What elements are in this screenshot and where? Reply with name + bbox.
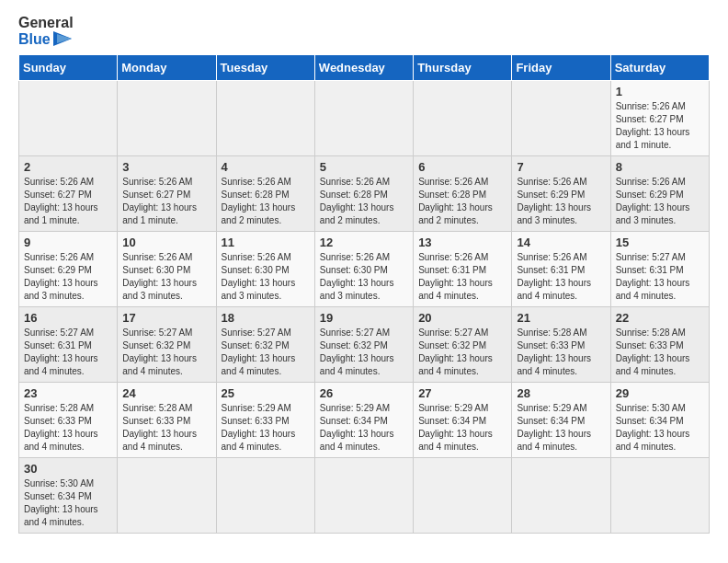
blue-triangle-icon (53, 31, 72, 46)
day-info: Sunrise: 5:27 AM Sunset: 6:32 PM Dayligh… (320, 327, 408, 378)
day-cell (314, 458, 413, 534)
day-cell (512, 458, 610, 534)
day-cell: 1Sunrise: 5:26 AM Sunset: 6:27 PM Daylig… (610, 81, 709, 156)
day-info: Sunrise: 5:26 AM Sunset: 6:29 PM Dayligh… (517, 176, 605, 227)
logo-text: General Blue (18, 15, 74, 47)
day-number: 25 (222, 386, 310, 400)
day-cell (118, 81, 216, 156)
weekday-header-monday: Monday (118, 55, 216, 81)
day-cell: 21Sunrise: 5:28 AM Sunset: 6:33 PM Dayli… (512, 307, 610, 383)
day-cell (610, 458, 709, 534)
logo: General Blue (18, 15, 74, 47)
day-number: 2 (24, 160, 112, 174)
day-cell: 8Sunrise: 5:26 AM Sunset: 6:29 PM Daylig… (610, 156, 709, 232)
day-number: 10 (122, 236, 210, 249)
day-number: 8 (616, 160, 704, 174)
day-cell: 15Sunrise: 5:27 AM Sunset: 6:31 PM Dayli… (610, 232, 709, 307)
day-cell: 9Sunrise: 5:26 AM Sunset: 6:29 PM Daylig… (19, 232, 118, 307)
day-info: Sunrise: 5:26 AM Sunset: 6:27 PM Dayligh… (122, 176, 210, 227)
day-number: 28 (517, 386, 605, 400)
day-info: Sunrise: 5:27 AM Sunset: 6:32 PM Dayligh… (122, 327, 210, 378)
day-number: 15 (616, 236, 704, 249)
day-number: 22 (616, 311, 704, 325)
day-cell: 27Sunrise: 5:29 AM Sunset: 6:34 PM Dayli… (414, 383, 512, 458)
day-cell: 13Sunrise: 5:26 AM Sunset: 6:31 PM Dayli… (414, 232, 512, 307)
day-info: Sunrise: 5:30 AM Sunset: 6:34 PM Dayligh… (24, 477, 112, 529)
day-info: Sunrise: 5:29 AM Sunset: 6:33 PM Dayligh… (222, 402, 310, 454)
week-row-4: 16Sunrise: 5:27 AM Sunset: 6:31 PM Dayli… (19, 307, 710, 383)
weekday-header-wednesday: Wednesday (314, 55, 413, 81)
day-number: 20 (418, 311, 506, 325)
day-info: Sunrise: 5:26 AM Sunset: 6:30 PM Dayligh… (222, 251, 310, 303)
week-row-3: 9Sunrise: 5:26 AM Sunset: 6:29 PM Daylig… (19, 232, 710, 307)
day-info: Sunrise: 5:27 AM Sunset: 6:31 PM Dayligh… (616, 251, 704, 303)
day-info: Sunrise: 5:26 AM Sunset: 6:30 PM Dayligh… (320, 251, 408, 303)
day-number: 19 (320, 311, 408, 325)
day-cell: 14Sunrise: 5:26 AM Sunset: 6:31 PM Dayli… (512, 232, 610, 307)
day-number: 23 (24, 386, 112, 400)
day-cell: 22Sunrise: 5:28 AM Sunset: 6:33 PM Dayli… (610, 307, 709, 383)
day-cell (314, 81, 413, 156)
day-info: Sunrise: 5:26 AM Sunset: 6:29 PM Dayligh… (616, 176, 704, 227)
day-info: Sunrise: 5:29 AM Sunset: 6:34 PM Dayligh… (320, 402, 408, 454)
header: General Blue (18, 15, 710, 47)
svg-marker-1 (57, 34, 72, 43)
day-number: 16 (24, 311, 112, 325)
week-row-6: 30Sunrise: 5:30 AM Sunset: 6:34 PM Dayli… (19, 458, 710, 534)
day-info: Sunrise: 5:26 AM Sunset: 6:31 PM Dayligh… (517, 251, 605, 303)
day-cell (414, 81, 512, 156)
day-cell (216, 81, 314, 156)
week-row-1: 1Sunrise: 5:26 AM Sunset: 6:27 PM Daylig… (19, 81, 710, 156)
day-number: 21 (517, 311, 605, 325)
day-number: 4 (222, 160, 310, 174)
weekday-header-sunday: Sunday (19, 55, 118, 81)
day-cell: 17Sunrise: 5:27 AM Sunset: 6:32 PM Dayli… (118, 307, 216, 383)
day-cell: 7Sunrise: 5:26 AM Sunset: 6:29 PM Daylig… (512, 156, 610, 232)
weekday-header-tuesday: Tuesday (216, 55, 314, 81)
day-cell: 18Sunrise: 5:27 AM Sunset: 6:32 PM Dayli… (216, 307, 314, 383)
weekday-header-friday: Friday (512, 55, 610, 81)
day-info: Sunrise: 5:26 AM Sunset: 6:28 PM Dayligh… (320, 176, 408, 227)
day-cell (414, 458, 512, 534)
day-info: Sunrise: 5:26 AM Sunset: 6:27 PM Dayligh… (24, 176, 112, 227)
day-info: Sunrise: 5:27 AM Sunset: 6:32 PM Dayligh… (418, 327, 506, 378)
day-number: 11 (222, 236, 310, 249)
weekday-header-row: SundayMondayTuesdayWednesdayThursdayFrid… (19, 55, 710, 81)
day-number: 6 (418, 160, 506, 174)
day-cell (512, 81, 610, 156)
day-info: Sunrise: 5:29 AM Sunset: 6:34 PM Dayligh… (517, 402, 605, 454)
day-number: 17 (122, 311, 210, 325)
day-number: 5 (320, 160, 408, 174)
day-info: Sunrise: 5:26 AM Sunset: 6:27 PM Dayligh… (616, 100, 704, 152)
day-cell: 3Sunrise: 5:26 AM Sunset: 6:27 PM Daylig… (118, 156, 216, 232)
day-cell: 6Sunrise: 5:26 AM Sunset: 6:28 PM Daylig… (414, 156, 512, 232)
day-number: 27 (418, 386, 506, 400)
day-info: Sunrise: 5:28 AM Sunset: 6:33 PM Dayligh… (24, 402, 112, 454)
day-number: 29 (616, 386, 704, 400)
day-number: 18 (222, 311, 310, 325)
day-cell (19, 81, 118, 156)
day-info: Sunrise: 5:27 AM Sunset: 6:31 PM Dayligh… (24, 327, 112, 378)
day-cell: 10Sunrise: 5:26 AM Sunset: 6:30 PM Dayli… (118, 232, 216, 307)
day-cell: 16Sunrise: 5:27 AM Sunset: 6:31 PM Dayli… (19, 307, 118, 383)
day-cell: 11Sunrise: 5:26 AM Sunset: 6:30 PM Dayli… (216, 232, 314, 307)
day-cell: 4Sunrise: 5:26 AM Sunset: 6:28 PM Daylig… (216, 156, 314, 232)
day-info: Sunrise: 5:26 AM Sunset: 6:30 PM Dayligh… (122, 251, 210, 303)
day-cell: 28Sunrise: 5:29 AM Sunset: 6:34 PM Dayli… (512, 383, 610, 458)
day-info: Sunrise: 5:26 AM Sunset: 6:31 PM Dayligh… (418, 251, 506, 303)
day-cell: 20Sunrise: 5:27 AM Sunset: 6:32 PM Dayli… (414, 307, 512, 383)
week-row-5: 23Sunrise: 5:28 AM Sunset: 6:33 PM Dayli… (19, 383, 710, 458)
day-cell: 12Sunrise: 5:26 AM Sunset: 6:30 PM Dayli… (314, 232, 413, 307)
day-info: Sunrise: 5:26 AM Sunset: 6:29 PM Dayligh… (24, 251, 112, 303)
day-cell: 23Sunrise: 5:28 AM Sunset: 6:33 PM Dayli… (19, 383, 118, 458)
day-number: 14 (517, 236, 605, 249)
day-number: 1 (616, 85, 704, 98)
weekday-header-saturday: Saturday (610, 55, 709, 81)
day-info: Sunrise: 5:27 AM Sunset: 6:32 PM Dayligh… (222, 327, 310, 378)
weekday-header-thursday: Thursday (414, 55, 512, 81)
day-info: Sunrise: 5:28 AM Sunset: 6:33 PM Dayligh… (122, 402, 210, 454)
day-number: 12 (320, 236, 408, 249)
day-number: 3 (122, 160, 210, 174)
day-info: Sunrise: 5:30 AM Sunset: 6:34 PM Dayligh… (616, 402, 704, 454)
day-cell: 26Sunrise: 5:29 AM Sunset: 6:34 PM Dayli… (314, 383, 413, 458)
